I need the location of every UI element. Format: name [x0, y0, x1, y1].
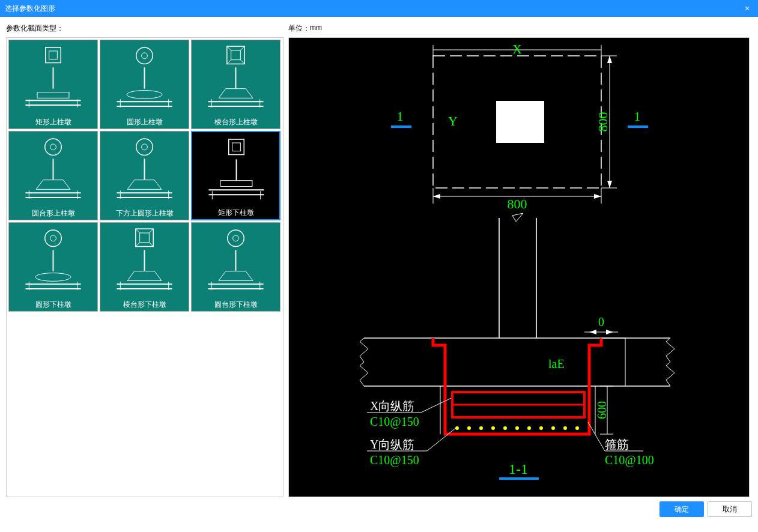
stirrup-label: 箍筋 [605, 438, 629, 451]
window-title: 选择参数化图形 [5, 4, 741, 14]
svg-point-35 [142, 144, 148, 150]
unit-label: 单位： [288, 23, 310, 34]
svg-marker-83 [433, 194, 440, 199]
svg-point-28 [50, 144, 56, 150]
anchor-label: laE [548, 357, 565, 370]
svg-point-69 [233, 235, 239, 241]
svg-rect-42 [232, 143, 241, 151]
template-thumb[interactable]: 圆台形上柱墩 [8, 131, 98, 220]
thumb-label: 圆形上柱墩 [100, 117, 189, 127]
svg-marker-114 [589, 330, 596, 334]
svg-line-18 [227, 46, 231, 50]
section-id: 1-1 [509, 461, 528, 477]
svg-point-103 [467, 426, 471, 430]
svg-point-8 [136, 47, 153, 64]
svg-point-110 [551, 426, 555, 430]
x-rebar-value: C10@150 [370, 415, 419, 429]
svg-marker-84 [594, 194, 601, 199]
section-type-label: 参数化截面类型： [6, 23, 288, 34]
plan-y-label: Y [448, 113, 458, 128]
template-thumb[interactable]: 圆形下柱墩 [8, 222, 98, 312]
titlebar: 选择参数化图形 × [0, 0, 758, 17]
section-mark-left: 1 [397, 109, 404, 124]
svg-point-105 [491, 426, 495, 430]
svg-point-106 [503, 426, 507, 430]
unit-value: mm [310, 23, 322, 34]
svg-point-107 [515, 426, 519, 430]
x-rebar-label: X向纵筋 [370, 399, 414, 413]
svg-line-61 [136, 243, 140, 247]
svg-line-123 [427, 427, 457, 451]
svg-line-19 [240, 46, 244, 50]
plan-width: 800 [508, 196, 527, 211]
template-thumb[interactable]: 棱台形下柱墩 [100, 222, 189, 312]
svg-point-50 [50, 235, 56, 241]
thumb-label: 圆形下柱墩 [9, 300, 97, 310]
svg-line-21 [240, 60, 244, 64]
y-rebar-value: C10@150 [370, 453, 419, 467]
section-mark-right: 1 [634, 109, 641, 124]
svg-point-68 [228, 230, 244, 246]
svg-line-20 [227, 60, 231, 64]
svg-line-62 [149, 243, 153, 247]
plan-view: X 800 Y 800 [391, 41, 648, 211]
svg-point-27 [45, 139, 61, 155]
plan-height: 800 [595, 112, 610, 132]
svg-point-111 [563, 426, 567, 430]
svg-point-52 [35, 273, 71, 282]
depth-dim: 600 [595, 401, 608, 419]
svg-point-109 [539, 426, 543, 430]
svg-point-108 [527, 426, 531, 430]
svg-line-60 [149, 229, 153, 233]
svg-point-112 [575, 426, 579, 430]
footer: 确定 取消 [0, 497, 758, 521]
thumb-label: 矩形下柱墩 [192, 208, 279, 218]
ok-button[interactable]: 确定 [659, 501, 704, 517]
svg-marker-89 [607, 56, 612, 63]
dim-top: 0 [598, 315, 604, 328]
svg-marker-115 [606, 330, 613, 334]
template-thumb[interactable]: 圆形上柱墩 [100, 40, 189, 129]
svg-point-9 [142, 53, 148, 59]
thumb-label: 矩形上柱墩 [9, 117, 97, 127]
template-thumb[interactable]: 圆台形下柱墩 [191, 222, 280, 312]
svg-rect-17 [231, 50, 241, 60]
svg-point-11 [127, 91, 162, 99]
thumb-label: 棱台形下柱墩 [100, 300, 189, 310]
thumb-label: 圆台形上柱墩 [9, 208, 97, 219]
cancel-button[interactable]: 取消 [708, 501, 752, 517]
template-thumb[interactable]: 矩形上柱墩 [8, 40, 98, 129]
svg-rect-3 [37, 92, 69, 98]
y-rebar-label: Y向纵筋 [370, 438, 414, 451]
labels-row: 参数化截面类型： 单位： mm [6, 22, 752, 35]
preview-panel: X 800 Y 800 [288, 37, 750, 497]
template-thumb[interactable]: 棱台形上柱墩 [191, 40, 280, 129]
svg-rect-44 [220, 181, 252, 187]
thumb-label: 棱台形上柱墩 [192, 117, 280, 127]
svg-point-104 [479, 426, 483, 430]
svg-rect-58 [140, 233, 150, 243]
svg-rect-76 [496, 101, 544, 143]
template-thumb[interactable]: 下方上圆形上柱墩 [100, 131, 189, 220]
thumb-label: 圆台形下柱墩 [192, 300, 280, 310]
template-thumb[interactable]: 矩形下柱墩 [191, 131, 280, 220]
plan-x-label: X [512, 41, 522, 56]
svg-rect-41 [229, 139, 244, 154]
close-icon[interactable]: × [741, 4, 753, 13]
svg-point-34 [136, 139, 153, 155]
thumb-label: 下方上圆形上柱墩 [100, 208, 189, 219]
svg-marker-90 [607, 181, 612, 188]
section-view: 0 laE 600 X向纵筋 [360, 213, 675, 479]
svg-line-125 [588, 422, 605, 451]
svg-rect-1 [49, 51, 58, 59]
svg-rect-0 [46, 47, 61, 62]
template-gallery: 矩形上柱墩圆形上柱墩 棱台形上柱墩圆台形上柱墩下方上圆形上柱墩矩形下柱墩圆形下柱… [6, 37, 283, 497]
stirrup-value: C10@100 [605, 453, 654, 467]
svg-point-49 [45, 230, 61, 246]
svg-line-59 [136, 229, 140, 233]
